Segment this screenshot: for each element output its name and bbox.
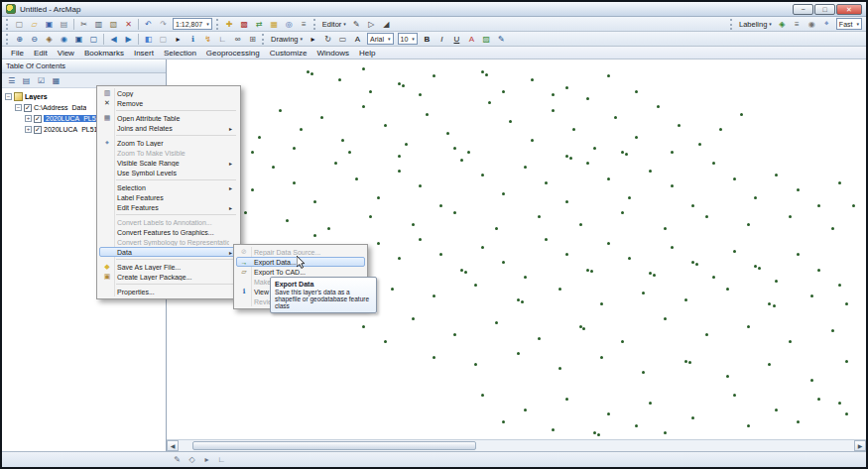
minimize-button[interactable]: − — [793, 4, 813, 15]
close-button[interactable]: ✕ — [836, 4, 862, 15]
menu-windows[interactable]: Windows — [311, 48, 353, 59]
layer-checkbox[interactable]: ✓ — [34, 115, 42, 123]
print-icon[interactable]: ▤ — [58, 18, 70, 31]
menu-item-edit-features[interactable]: Edit Features▸ — [99, 202, 238, 212]
menu-view[interactable]: View — [53, 48, 79, 59]
menu-item-visible-scale-range[interactable]: Visible Scale Range▸ — [99, 158, 238, 168]
layer-checkbox[interactable]: ✓ — [34, 126, 42, 134]
title-bar[interactable]: Untitled - ArcMap − □ ✕ — [2, 2, 866, 17]
label-manager-icon[interactable]: ◈ — [776, 18, 789, 31]
menu-geoprocessing[interactable]: Geoprocessing — [201, 48, 265, 59]
map-horizontal-scrollbar[interactable]: ◀ ▶ — [167, 439, 866, 451]
menu-customize[interactable]: Customize — [265, 48, 312, 59]
clear-selection-icon[interactable]: ▢ — [157, 33, 170, 46]
scrollbar-track[interactable] — [179, 440, 854, 451]
menu-item-joins-and-relates[interactable]: Joins and Relates▸ — [99, 123, 238, 133]
menu-bookmarks[interactable]: Bookmarks — [79, 48, 129, 59]
zoom-out-icon[interactable]: ⊖ — [28, 33, 41, 46]
line-color-icon[interactable]: ✎ — [495, 33, 508, 46]
menu-item-use-symbol-levels[interactable]: Use Symbol Levels — [99, 168, 238, 177]
menu-selection[interactable]: Selection — [159, 48, 201, 59]
map-scale-combo[interactable]: 1:12,807 ▾ — [173, 18, 212, 30]
redo-icon[interactable]: ↷ — [157, 18, 170, 31]
pan-icon[interactable]: ◈ — [43, 33, 56, 46]
new-document-icon[interactable]: ▢ — [13, 18, 26, 31]
add-data-icon[interactable]: ✚ — [223, 18, 236, 31]
editor-menu-button[interactable]: Editor — [322, 20, 342, 29]
toolbar-grip[interactable] — [6, 34, 9, 45]
edit-tool-icon[interactable]: ▷ — [365, 18, 378, 31]
measure-icon[interactable]: ∟ — [216, 33, 229, 46]
labeling-mode-combo[interactable]: Fast ▾ — [836, 18, 862, 30]
forward-extent-icon[interactable]: ▶ — [122, 33, 135, 46]
selection-status-icon[interactable]: ▸ — [200, 453, 213, 466]
menu-help[interactable]: Help — [354, 48, 380, 59]
toolbar-grip[interactable] — [6, 19, 9, 30]
python-window-icon[interactable]: ≡ — [298, 18, 310, 31]
toolbar-grip[interactable] — [216, 19, 219, 30]
font-size-combo[interactable]: 10 ▾ — [398, 33, 418, 45]
select-elements-icon[interactable]: ▸ — [172, 33, 185, 46]
go-to-xy-icon[interactable]: ⊞ — [246, 33, 259, 46]
snapping-status-icon[interactable]: ◇ — [186, 453, 198, 466]
back-extent-icon[interactable]: ◀ — [107, 33, 120, 46]
list-by-drawing-order-icon[interactable]: ☰ — [5, 74, 18, 87]
open-folder-icon[interactable]: ▱ — [28, 18, 41, 31]
maximize-button[interactable]: □ — [814, 4, 835, 15]
italic-button[interactable]: I — [435, 33, 448, 46]
drawing-menu-button[interactable]: Drawing — [271, 35, 299, 44]
full-extent-icon[interactable]: ◉ — [58, 33, 70, 46]
menu-item-properties[interactable]: Properties... — [99, 287, 238, 296]
hyperlink-icon[interactable]: ↯ — [201, 33, 214, 46]
scroll-left-icon[interactable]: ◀ — [167, 440, 179, 451]
label-priority-icon[interactable]: ≡ — [791, 18, 804, 31]
sketch-tool-icon[interactable]: ◢ — [380, 18, 393, 31]
toc-panel-title[interactable]: Table Of Contents — [2, 59, 166, 73]
rotate-element-icon[interactable]: ↻ — [321, 33, 334, 46]
labeling-menu-button[interactable]: Labeling — [739, 20, 767, 29]
undo-icon[interactable]: ↶ — [142, 18, 155, 31]
scrollbar-thumb[interactable] — [192, 441, 476, 450]
label-weight-icon[interactable]: ◉ — [806, 18, 818, 31]
zoom-in-icon[interactable]: ⊕ — [13, 33, 26, 46]
list-by-source-icon[interactable]: ▤ — [20, 74, 33, 87]
lock-labels-icon[interactable]: ⌖ — [820, 18, 833, 31]
menu-edit[interactable]: Edit — [29, 48, 53, 59]
copy-icon[interactable]: ▥ — [92, 18, 105, 31]
layer-checkbox[interactable]: ✓ — [24, 104, 32, 112]
arc-toolbox-icon[interactable]: ▩ — [238, 18, 251, 31]
save-icon[interactable]: ▣ — [43, 18, 56, 31]
font-name-combo[interactable]: Arial ▾ — [367, 33, 394, 45]
menu-item-open-attribute-table[interactable]: ▦Open Attribute Table — [99, 113, 238, 123]
toolbar-grip[interactable] — [262, 34, 265, 45]
expand-icon[interactable]: + — [25, 126, 32, 133]
menu-item-convert-features-to-graphics[interactable]: Convert Features to Graphics... — [99, 227, 238, 237]
menu-item-create-layer-package[interactable]: ▣Create Layer Package... — [99, 272, 238, 282]
expand-icon[interactable]: + — [25, 115, 32, 122]
menu-item-label-features[interactable]: Label Features — [99, 192, 238, 202]
measure-status-icon[interactable]: ∟ — [215, 453, 228, 466]
shape-tool-icon[interactable]: ▭ — [336, 33, 349, 46]
menu-item-zoom-to-layer[interactable]: ⌖Zoom To Layer — [99, 138, 238, 148]
underline-button[interactable]: U — [450, 33, 463, 46]
drawing-status-icon[interactable]: ✎ — [171, 453, 184, 466]
menu-file[interactable]: File — [6, 48, 29, 59]
menu-item-remove[interactable]: ✕Remove — [99, 98, 238, 108]
fixed-zoom-in-icon[interactable]: ▣ — [72, 33, 85, 46]
collapse-icon[interactable]: − — [5, 93, 12, 100]
text-tool-icon[interactable]: A — [351, 33, 364, 46]
font-color-icon[interactable]: A — [465, 33, 478, 46]
find-icon[interactable]: ∞ — [231, 33, 244, 46]
toolbar-grip[interactable] — [730, 19, 733, 30]
scroll-right-icon[interactable]: ▶ — [854, 440, 866, 451]
list-by-visibility-icon[interactable]: ☑ — [35, 74, 48, 87]
menu-item-data[interactable]: Data▸ — [99, 247, 238, 257]
search-window-icon[interactable]: ◎ — [283, 18, 296, 31]
menu-item-selection[interactable]: Selection▸ — [99, 182, 238, 192]
editor-pencil-icon[interactable]: ✎ — [350, 18, 363, 31]
menu-item-copy[interactable]: ▥Copy — [99, 88, 238, 98]
select-features-icon[interactable]: ◧ — [142, 33, 155, 46]
fill-color-icon[interactable]: ▨ — [480, 33, 493, 46]
menu-item-save-as-layer-file[interactable]: ◆Save As Layer File... — [99, 262, 238, 272]
menu-insert[interactable]: Insert — [129, 48, 159, 59]
